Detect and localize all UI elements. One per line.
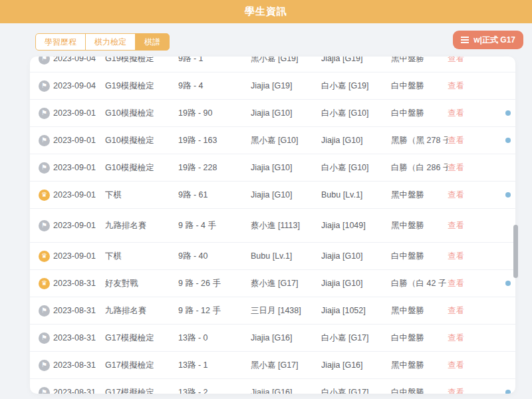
crown-icon: ♛ [39, 278, 50, 289]
board-moves: 19路 - 163 [178, 135, 251, 146]
game-date: 2023-09-01 [53, 108, 105, 118]
game-result: 白中盤勝 [391, 332, 448, 344]
white-player: Jiajia [1052] [321, 306, 391, 315]
unread-dot [505, 110, 511, 116]
black-player: Jiajia [G16] [251, 333, 321, 342]
view-link[interactable]: 查看 [448, 251, 464, 261]
white-player: Jiajia [G10] [321, 279, 391, 288]
game-type: G17模擬檢定 [105, 360, 178, 371]
view-link[interactable]: 查看 [448, 388, 464, 394]
row-type-icon-glyph: ⚑ [41, 307, 47, 314]
view-link[interactable]: 查看 [448, 57, 464, 63]
row-icon-cell: ⚑ [39, 220, 53, 231]
board-moves: 9路 - 40 [178, 251, 251, 262]
game-date: 2023-08-31 [53, 360, 105, 370]
game-type: G17模擬檢定 [105, 332, 178, 344]
flag-icon: ⚑ [39, 135, 50, 146]
unread-dot [505, 281, 511, 286]
view-cell: 查看 [448, 190, 481, 201]
white-player: 白小嘉 [G17] [321, 387, 391, 394]
row-icon-cell: ♛ [39, 278, 53, 289]
black-player: 黑小嘉 [G17] [251, 360, 321, 371]
tab-學習歷程[interactable]: 學習歷程 [35, 33, 86, 51]
game-result: 黑勝（黑 278 子） [391, 135, 448, 146]
view-link[interactable]: 查看 [448, 333, 464, 342]
table-row: ⚑ 2023-08-31 G17模擬檢定 13路 - 0 Jiajia [G16… [30, 325, 515, 352]
flag-icon: ⚑ [39, 162, 50, 174]
game-type: G10模擬檢定 [105, 162, 178, 174]
board-moves: 19路 - 90 [178, 108, 251, 119]
student-selector-button[interactable]: w|正式 G17 [453, 31, 523, 49]
row-icon-cell: ⚑ [39, 360, 53, 371]
row-type-icon-glyph: ⚑ [41, 110, 47, 116]
view-link[interactable]: 查看 [448, 108, 464, 118]
flag-icon: ⚑ [39, 220, 50, 231]
tab-group: 學習歷程棋力檢定棋譜 [35, 33, 170, 51]
view-cell: 查看 [448, 278, 481, 289]
table-row: ⚑ 2023-08-31 G17模擬檢定 13路 - 2 Jiajia [G16… [30, 379, 515, 394]
table-row: ⚑ 2023-09-01 九路排名賽 9 路 - 4 手 蔡小進 [1113] … [30, 209, 515, 243]
view-link[interactable]: 查看 [448, 136, 464, 145]
black-player: 三日月 [1438] [251, 305, 321, 317]
row-icon-cell: ⚑ [39, 80, 53, 92]
white-player: Jiajia [G16] [321, 360, 391, 370]
flag-icon: ⚑ [39, 80, 50, 92]
vertical-scrollbar-thumb[interactable] [513, 225, 518, 278]
view-link[interactable]: 查看 [448, 190, 464, 200]
board-moves: 13路 - 0 [178, 332, 251, 344]
game-type: 下棋 [105, 190, 178, 201]
row-icon-cell: ⚑ [39, 162, 53, 174]
game-result: 黑中盤勝 [391, 305, 448, 317]
view-link[interactable]: 查看 [448, 221, 464, 230]
black-player: 蔡小進 [1113] [251, 220, 321, 231]
game-date: 2023-08-31 [53, 279, 105, 288]
crown-icon: ♛ [39, 251, 50, 262]
row-type-icon-glyph: ⚑ [41, 82, 47, 89]
game-records-card: ⚑ 2023-09-04 G19模擬檢定 9路 - 1 黑小嘉 [G19] Ji… [30, 57, 515, 394]
game-result: 黑中盤勝 [391, 190, 448, 201]
view-cell: 查看 [448, 57, 481, 65]
row-icon-cell: ⚑ [39, 305, 53, 317]
row-icon-cell: ⚑ [39, 387, 53, 394]
table-row: ⚑ 2023-08-31 G17模擬檢定 13路 - 1 黑小嘉 [G17] J… [30, 352, 515, 379]
tab-棋譜[interactable]: 棋譜 [135, 33, 170, 51]
board-moves: 13路 - 2 [178, 387, 251, 394]
view-link[interactable]: 查看 [448, 81, 464, 90]
black-player: Jiajia [G19] [251, 81, 321, 90]
game-type: G17模擬檢定 [105, 387, 178, 394]
white-player: 白小嘉 [G17] [321, 332, 391, 344]
view-link[interactable]: 查看 [448, 360, 464, 370]
view-link[interactable]: 查看 [448, 163, 464, 172]
tab-棋力檢定[interactable]: 棋力檢定 [85, 33, 136, 51]
game-type: G10模擬檢定 [105, 108, 178, 119]
page-title: 學生資訊 [245, 5, 287, 18]
game-result: 白勝（白 286 子） [391, 162, 448, 174]
view-cell: 查看 [448, 332, 481, 344]
view-cell: 查看 [448, 220, 481, 231]
black-player: 黑小嘉 [G19] [251, 57, 321, 65]
table-row: ⚑ 2023-09-01 G10模擬檢定 19路 - 90 Jiajia [G1… [30, 100, 515, 127]
board-moves: 9路 - 61 [178, 190, 251, 201]
black-player: 黑小嘉 [G10] [251, 135, 321, 146]
game-records-list: ⚑ 2023-09-04 G19模擬檢定 9路 - 1 黑小嘉 [G19] Ji… [30, 57, 515, 394]
view-cell: 查看 [448, 387, 481, 394]
view-cell: 查看 [448, 80, 481, 92]
row-icon-cell: ⚑ [39, 57, 53, 65]
view-cell: 查看 [448, 360, 481, 371]
view-cell: 查看 [448, 135, 481, 146]
board-moves: 9 路 - 26 手 [178, 278, 251, 289]
white-player: Bubu [Lv.1] [321, 190, 391, 200]
app-header: 學生資訊 [0, 0, 532, 23]
board-moves: 19路 - 228 [178, 162, 251, 174]
black-player: Jiajia [G10] [251, 108, 321, 118]
flag-icon: ⚑ [39, 57, 50, 65]
game-type: 九路排名賽 [105, 305, 178, 317]
board-moves: 9 路 - 4 手 [178, 220, 251, 231]
game-result: 白中盤勝 [391, 387, 448, 394]
row-icon-cell: ♛ [39, 251, 53, 262]
row-type-icon-glyph: ⚑ [41, 57, 47, 62]
view-link[interactable]: 查看 [448, 306, 464, 315]
flag-icon: ⚑ [39, 387, 50, 394]
view-link[interactable]: 查看 [448, 279, 464, 288]
table-row: ♛ 2023-09-01 下棋 9路 - 61 Jiajia [G10] Bub… [30, 182, 515, 209]
